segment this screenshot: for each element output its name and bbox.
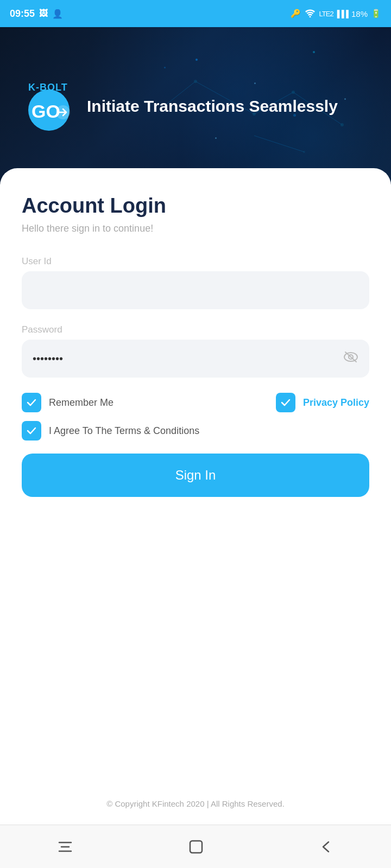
- battery-text: 18%: [351, 9, 368, 18]
- status-bar: 09:55 🖼 👤 🔑 LTE2 ▐▐▐ 18% 🔋: [0, 0, 391, 27]
- person-icon: 👤: [52, 9, 63, 19]
- remember-privacy-row: Remember Me Privacy Policy: [22, 393, 369, 412]
- login-title: Account Login: [22, 194, 369, 218]
- gallery-icon: 🖼: [39, 9, 48, 18]
- nav-menu-icon[interactable]: [57, 840, 73, 853]
- status-time: 09:55: [10, 8, 35, 20]
- userid-field-label: User Id: [22, 256, 369, 267]
- nav-back-icon[interactable]: [319, 839, 334, 854]
- remember-me-group: Remember Me: [22, 393, 113, 412]
- battery-icon: 🔋: [371, 9, 381, 18]
- privacy-policy-checkbox[interactable]: [276, 393, 295, 412]
- remember-me-label: Remember Me: [49, 397, 113, 409]
- terms-label: I Agree To The Terms & Conditions: [49, 425, 199, 437]
- hero-tagline: Initiate Transactions Seamlessly: [87, 95, 338, 117]
- svg-point-9: [340, 123, 344, 126]
- terms-row: I Agree To The Terms & Conditions: [22, 421, 369, 441]
- login-card: Account Login Hello there sign in to con…: [0, 168, 391, 777]
- svg-text:GO: GO: [31, 101, 60, 122]
- svg-text:K-BOLT: K-BOLT: [28, 82, 68, 93]
- key-icon: 🔑: [291, 9, 301, 18]
- userid-input[interactable]: [22, 271, 369, 309]
- terms-checkbox[interactable]: [22, 421, 41, 441]
- password-field-label: Password: [22, 324, 369, 335]
- svg-point-0: [309, 16, 311, 17]
- wifi-icon: [304, 9, 316, 19]
- hero-section: K-BOLT GO Initiate Transactions Seamless…: [0, 27, 391, 184]
- privacy-policy-label[interactable]: Privacy Policy: [303, 397, 369, 409]
- sign-in-button[interactable]: Sign In: [22, 454, 369, 497]
- svg-line-5: [254, 136, 304, 152]
- password-input[interactable]: [22, 340, 369, 378]
- password-wrapper: [22, 340, 369, 378]
- privacy-policy-group: Privacy Policy: [276, 393, 369, 412]
- nav-bar: [0, 825, 391, 868]
- eye-icon[interactable]: [343, 351, 358, 366]
- footer-copyright: © Copyright KFintech 2020 | All Rights R…: [0, 788, 391, 819]
- svg-point-11: [303, 151, 305, 153]
- login-subtitle: Hello there sign in to continue!: [22, 223, 369, 234]
- remember-me-checkbox[interactable]: [22, 393, 41, 412]
- nav-home-icon[interactable]: [188, 839, 204, 855]
- signal-icon: LTE2 ▐▐▐: [319, 10, 348, 18]
- svg-rect-22: [190, 841, 202, 853]
- app-logo: K-BOLT GO: [22, 79, 76, 133]
